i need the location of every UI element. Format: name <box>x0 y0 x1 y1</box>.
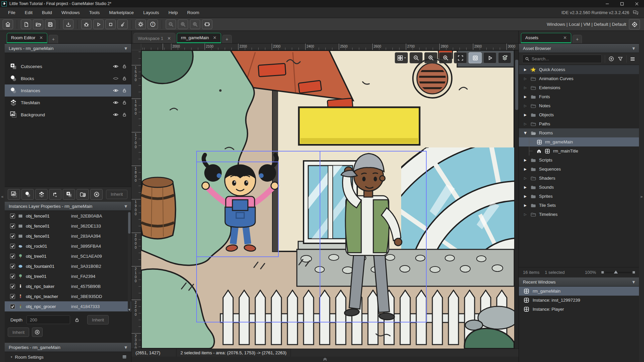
scene-sign[interactable] <box>299 107 420 145</box>
recent-window-row[interactable]: Instance: inst_12997239 <box>519 296 639 305</box>
instances-properties-header[interactable]: Instances Layer Properties - rm_gameMain… <box>5 201 131 211</box>
open-project-button[interactable] <box>33 19 43 29</box>
new-project-button[interactable] <box>21 19 31 29</box>
settings-gear-button[interactable] <box>136 19 146 29</box>
instance-visible-checkbox[interactable] <box>10 214 15 219</box>
expand-arrow-icon[interactable]: ▶ <box>523 167 528 171</box>
tree-item-objects[interactable]: ▶ Objects <box>519 110 639 119</box>
expand-arrow-icon[interactable]: ▷ <box>523 176 528 180</box>
expand-arrow-icon[interactable]: ▷ <box>523 104 528 108</box>
asset-zoom-slider[interactable] <box>601 271 635 274</box>
recent-window-row[interactable]: rm_gameMain <box>519 287 639 296</box>
maximize-button[interactable] <box>614 0 629 7</box>
tree-item-rooms[interactable]: ▼ Rooms <box>519 128 639 137</box>
tab-room-editor[interactable]: Room Editor ✕ <box>7 33 47 43</box>
menu-marketplace[interactable]: Marketplace <box>104 7 139 18</box>
target-icon[interactable] <box>629 19 640 29</box>
instance-row[interactable]: obj_fountain01 inst_3A31B0B2 <box>5 261 131 271</box>
instance-visible-checkbox[interactable] <box>10 284 15 289</box>
layer-row-background[interactable]: Background <box>5 109 131 121</box>
add-path-layer-button[interactable] <box>49 189 61 200</box>
room-canvas[interactable] <box>141 50 514 349</box>
layer-row-cutscenes[interactable]: Cutscenes <box>5 60 131 72</box>
right-panel-collapse-strip[interactable]: » <box>639 31 644 362</box>
import-assets-button[interactable] <box>63 19 73 29</box>
run-room-button[interactable] <box>483 52 496 63</box>
collapse-arrow-icon[interactable]: ▼ <box>523 131 528 135</box>
recent-windows-header[interactable]: Recent Windows ▼ <box>519 277 639 287</box>
grid-toggle-button[interactable]: ▾ <box>395 52 408 63</box>
scrollbar-thumb[interactable] <box>128 212 130 234</box>
zoom-in-icon[interactable] <box>190 19 200 29</box>
add-layer-folder-button[interactable] <box>76 189 89 200</box>
search-input[interactable] <box>532 56 599 61</box>
tile-stamp-button[interactable] <box>498 52 511 63</box>
scene-barrel[interactable] <box>141 177 175 239</box>
menu-edit[interactable]: Edit <box>20 7 37 18</box>
instance-row[interactable]: obj_tree01 inst_FA2394 <box>5 271 131 281</box>
add-instance-layer-button[interactable] <box>21 189 34 200</box>
expand-arrow-icon[interactable]: ▶ <box>523 68 528 71</box>
expand-arrow-icon[interactable]: ▷ <box>523 77 528 80</box>
layer-row-tilesmain[interactable]: TilesMain <box>5 97 131 109</box>
menu-layouts[interactable]: Layouts <box>139 7 164 18</box>
instance-visible-checkbox[interactable] <box>10 234 15 239</box>
eye-icon[interactable] <box>113 100 119 106</box>
eye-off-icon[interactable] <box>113 75 119 81</box>
asset-browser-header[interactable]: Asset Browser ▼ <box>519 44 639 53</box>
bottom-panel-expander[interactable] <box>131 357 519 362</box>
add-asset-icon[interactable] <box>608 56 614 62</box>
menu-file[interactable]: File <box>3 7 20 18</box>
scrollbar-down-arrow[interactable]: ▼ <box>128 308 131 311</box>
expand-arrow-icon[interactable]: ▷ <box>523 122 528 126</box>
lock-icon[interactable] <box>122 112 127 117</box>
collapse-left-icon[interactable]: « <box>1 194 4 199</box>
instance-row[interactable]: obj_npc_teacher inst_3BE935DD <box>5 291 131 301</box>
eye-icon[interactable] <box>113 87 119 94</box>
lock-icon[interactable] <box>122 76 127 81</box>
tree-item-fonts[interactable]: ▶ Fonts <box>519 92 639 101</box>
fit-view-button[interactable] <box>454 52 467 63</box>
instance-visible-checkbox[interactable] <box>10 264 15 269</box>
tree-item-sequences[interactable]: ▶ Sequences <box>519 165 639 174</box>
instance-row[interactable]: obj_npc_baker inst_4575B90B <box>5 281 131 291</box>
windows-layout-button[interactable] <box>202 19 212 29</box>
stop-button[interactable] <box>105 19 116 29</box>
expand-arrow-icon[interactable]: ▾ <box>11 355 12 359</box>
inherit-button[interactable]: Inherit <box>8 327 29 337</box>
clear-inheritance-button[interactable] <box>32 327 43 337</box>
scene-vent[interactable] <box>413 59 452 98</box>
instance-row-selected[interactable]: obj_npc_grocer inst_41847333 <box>5 301 131 311</box>
instance-visible-checkbox[interactable] <box>10 294 15 299</box>
lock-icon[interactable] <box>74 317 80 323</box>
slider-thumb[interactable] <box>614 270 618 274</box>
canvas-zoom-out-button[interactable] <box>410 52 423 63</box>
add-background-layer-button[interactable] <box>8 189 20 200</box>
expand-arrow-icon[interactable]: ▶ <box>523 185 528 189</box>
eye-icon[interactable] <box>113 63 119 69</box>
layers-header[interactable]: Layers - rm_gameMain ▼ <box>5 44 131 53</box>
depth-input[interactable] <box>26 315 70 324</box>
expand-arrow-icon[interactable]: ▷ <box>523 86 528 89</box>
tree-item-rm-gamemain[interactable]: rm_gameMain <box>519 137 639 146</box>
tree-item-animation-curves[interactable]: ▷ Animation Curves <box>519 74 639 83</box>
instance-row[interactable]: obj_fence01 inst_283AA394 <box>5 231 131 241</box>
room-settings-row[interactable]: ▾ Room Settings <box>5 352 131 362</box>
layer-row-instances[interactable]: Instances <box>5 84 131 97</box>
close-tab-icon[interactable]: ✕ <box>213 35 217 40</box>
zoom-out-icon[interactable] <box>166 19 176 29</box>
chat-icon[interactable] <box>633 10 639 15</box>
tree-item-timelines[interactable]: ▷ Timelines <box>519 210 639 219</box>
depth-inherit-button[interactable]: Inherit <box>87 315 109 324</box>
tree-item-tile-sets[interactable]: ▶ Tile Sets <box>519 201 639 210</box>
eye-icon[interactable] <box>113 112 119 118</box>
slider-min-cap[interactable] <box>601 271 604 274</box>
canvas-zoom-in-button[interactable] <box>439 52 452 63</box>
clean-button[interactable] <box>117 19 128 29</box>
instance-visible-checkbox[interactable] <box>10 244 15 249</box>
tab-rm-gamemain[interactable]: rm_gameMain ✕ <box>177 33 221 43</box>
close-tab-icon[interactable]: ✕ <box>167 36 171 41</box>
scrollbar-thumb[interactable] <box>515 60 518 110</box>
filter-icon[interactable] <box>618 56 623 62</box>
delete-layer-button[interactable] <box>90 189 103 200</box>
